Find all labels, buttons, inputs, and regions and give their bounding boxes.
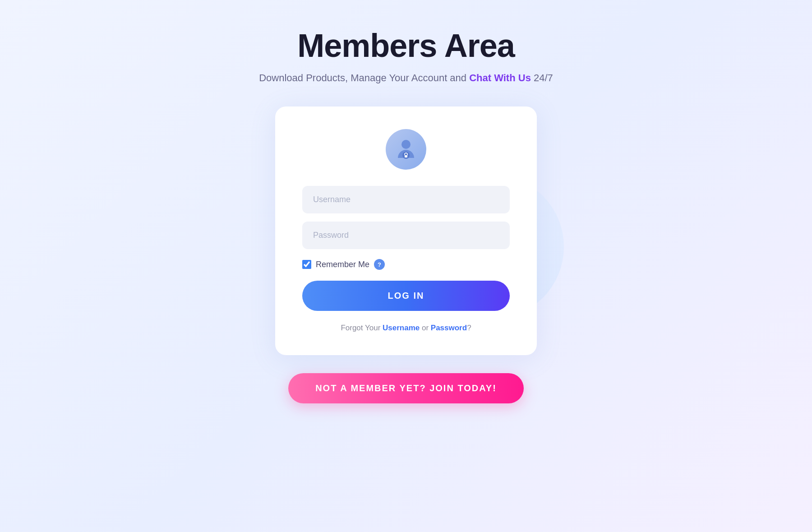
remember-row: Remember Me ? xyxy=(302,259,510,270)
remember-checkbox[interactable] xyxy=(302,260,311,269)
svg-rect-2 xyxy=(405,155,407,157)
svg-point-0 xyxy=(401,140,411,149)
join-button[interactable]: NOT A MEMBER YET? JOIN TODAY! xyxy=(288,373,524,403)
subtitle-prefix: Download Products, Manage Your Account a… xyxy=(259,72,469,83)
login-button[interactable]: LOG IN xyxy=(302,281,510,311)
card-wrapper: Remember Me ? LOG IN Forgot Your Usernam… xyxy=(275,106,537,355)
forgot-text: Forgot Your Username or Password? xyxy=(341,324,471,333)
forgot-prefix: Forgot Your xyxy=(341,324,383,332)
subtitle-suffix: 24/7 xyxy=(531,72,553,83)
username-input[interactable] xyxy=(302,186,510,213)
forgot-suffix: ? xyxy=(467,324,471,332)
page-subtitle: Download Products, Manage Your Account a… xyxy=(259,72,553,84)
forgot-or: or xyxy=(420,324,431,332)
login-card: Remember Me ? LOG IN Forgot Your Usernam… xyxy=(275,106,537,355)
password-input[interactable] xyxy=(302,222,510,249)
remember-help-icon[interactable]: ? xyxy=(374,259,385,270)
forgot-username-link[interactable]: Username xyxy=(383,324,420,332)
remember-label: Remember Me xyxy=(316,260,369,269)
user-avatar-icon xyxy=(386,129,426,170)
chat-link[interactable]: Chat With Us xyxy=(469,72,531,83)
page-title: Members Area xyxy=(297,27,515,64)
forgot-password-link[interactable]: Password xyxy=(431,324,467,332)
